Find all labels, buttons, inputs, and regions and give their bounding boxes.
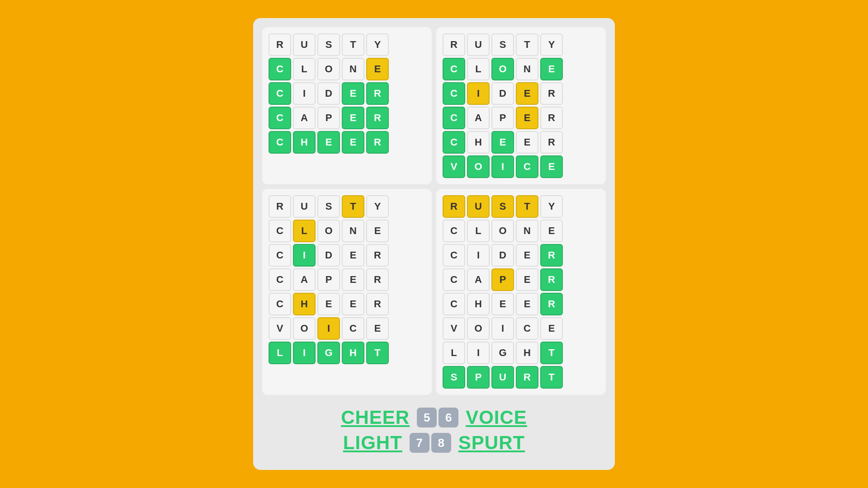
cell-1-0-3: T — [516, 33, 538, 56]
cell-0-4-3: E — [342, 131, 364, 154]
answer-row-1: CHEER 5 6 VOICE — [341, 407, 527, 428]
cell-0-0-0: R — [269, 33, 291, 56]
cell-3-5-2: I — [491, 317, 514, 340]
cell-3-4-3: E — [516, 293, 538, 315]
cell-3-0-1: U — [467, 195, 490, 218]
cell-0-0-2: S — [317, 33, 340, 56]
cell-3-0-3: T — [516, 195, 538, 218]
cell-1-0-0: R — [443, 33, 465, 56]
grid-row-3-0: RUSTY — [443, 195, 599, 218]
cell-2-0-3: T — [342, 195, 364, 218]
answer-word-light: LIGHT — [343, 432, 402, 454]
cell-2-1-0: C — [269, 220, 291, 242]
cell-1-5-4: E — [540, 155, 563, 178]
cell-1-1-0: C — [443, 58, 465, 80]
cell-0-2-2: D — [317, 82, 340, 105]
cell-2-1-1: L — [293, 220, 316, 242]
cell-3-0-0: R — [443, 195, 465, 218]
cell-3-2-3: E — [516, 244, 538, 267]
cell-3-2-4: R — [540, 244, 563, 267]
cell-2-0-1: U — [293, 195, 316, 218]
grid-row-0-4: CHEER — [269, 131, 425, 154]
cell-3-2-1: I — [467, 244, 490, 267]
answer-word-voice: VOICE — [466, 407, 527, 428]
cell-2-5-3: C — [342, 317, 364, 340]
cell-2-5-0: V — [269, 317, 291, 340]
cell-3-3-1: A — [467, 268, 490, 291]
cell-3-1-4: E — [540, 220, 563, 242]
cell-3-7-1: P — [467, 366, 490, 389]
grid-row-2-6: LIGHT — [269, 342, 425, 364]
cell-0-1-0: C — [269, 58, 291, 80]
grid-row-1-5: VOICE — [443, 155, 599, 178]
cell-3-1-0: C — [443, 220, 465, 242]
cell-3-7-2: U — [491, 366, 514, 389]
cell-3-4-4: R — [540, 293, 563, 315]
cell-0-4-2: E — [317, 131, 340, 154]
cell-1-2-4: R — [540, 82, 563, 105]
cell-1-3-1: A — [467, 107, 490, 129]
cell-1-4-3: E — [516, 131, 538, 154]
cell-0-3-1: A — [293, 107, 316, 129]
cell-2-4-3: E — [342, 293, 364, 315]
cell-1-0-1: U — [467, 33, 490, 56]
cell-2-3-2: P — [317, 268, 340, 291]
main-container: RUSTYCLONECIDERCAPERCHEER RUSTYCLONECIDE… — [253, 18, 615, 470]
cell-3-4-1: H — [467, 293, 490, 315]
cell-0-4-4: R — [366, 131, 389, 154]
cell-1-4-2: E — [491, 131, 514, 154]
cell-2-5-2: I — [317, 317, 340, 340]
cell-3-4-2: E — [491, 293, 514, 315]
cell-3-5-1: O — [467, 317, 490, 340]
cell-1-2-2: D — [491, 82, 514, 105]
cell-3-2-2: D — [491, 244, 514, 267]
cell-1-5-0: V — [443, 155, 465, 178]
grid-row-2-3: CAPER — [269, 268, 425, 291]
cell-0-3-0: C — [269, 107, 291, 129]
cell-1-1-2: O — [491, 58, 514, 80]
grid-row-3-5: VOICE — [443, 317, 599, 340]
cell-3-6-4: T — [540, 342, 563, 364]
grid-row-0-0: RUSTY — [269, 33, 425, 56]
cell-1-5-3: C — [516, 155, 538, 178]
grid-top-left: RUSTYCLONECIDERCAPERCHEER — [262, 27, 432, 184]
cell-3-0-4: Y — [540, 195, 563, 218]
cell-3-7-0: S — [443, 366, 465, 389]
answer-word-spurt: SPURT — [458, 432, 525, 454]
cell-1-1-1: L — [467, 58, 490, 80]
score-badge-cheer: 5 6 — [417, 408, 458, 427]
cell-3-3-2: P — [491, 268, 514, 291]
cell-2-4-2: E — [317, 293, 340, 315]
cell-0-2-3: E — [342, 82, 364, 105]
cell-0-1-2: O — [317, 58, 340, 80]
cell-3-6-0: L — [443, 342, 465, 364]
cell-0-0-1: U — [293, 33, 316, 56]
grid-row-2-1: CLONE — [269, 220, 425, 242]
grid-row-2-0: RUSTY — [269, 195, 425, 218]
cell-0-3-3: E — [342, 107, 364, 129]
cell-1-4-0: C — [443, 131, 465, 154]
cell-1-5-2: I — [491, 155, 514, 178]
cell-0-2-1: I — [293, 82, 316, 105]
cell-2-5-4: E — [366, 317, 389, 340]
grid-top-right: RUSTYCLONECIDERCAPERCHEERVOICE — [436, 27, 606, 184]
score-digit-5: 5 — [417, 408, 437, 427]
cell-2-2-4: R — [366, 244, 389, 267]
cell-2-2-2: D — [317, 244, 340, 267]
cell-2-1-4: E — [366, 220, 389, 242]
cell-2-6-4: T — [366, 342, 389, 364]
answer-row-2: LIGHT 7 8 SPURT — [343, 432, 525, 454]
cell-1-3-3: E — [516, 107, 538, 129]
cell-1-2-0: C — [443, 82, 465, 105]
cell-1-3-0: C — [443, 107, 465, 129]
cell-0-2-0: C — [269, 82, 291, 105]
cell-2-1-3: N — [342, 220, 364, 242]
grid-row-0-3: CAPER — [269, 107, 425, 129]
cell-1-0-2: S — [491, 33, 514, 56]
cell-2-3-3: E — [342, 268, 364, 291]
cell-0-1-4: E — [366, 58, 389, 80]
cell-1-3-2: P — [491, 107, 514, 129]
cell-3-6-2: G — [491, 342, 514, 364]
cell-3-1-2: O — [491, 220, 514, 242]
cell-1-1-4: E — [540, 58, 563, 80]
